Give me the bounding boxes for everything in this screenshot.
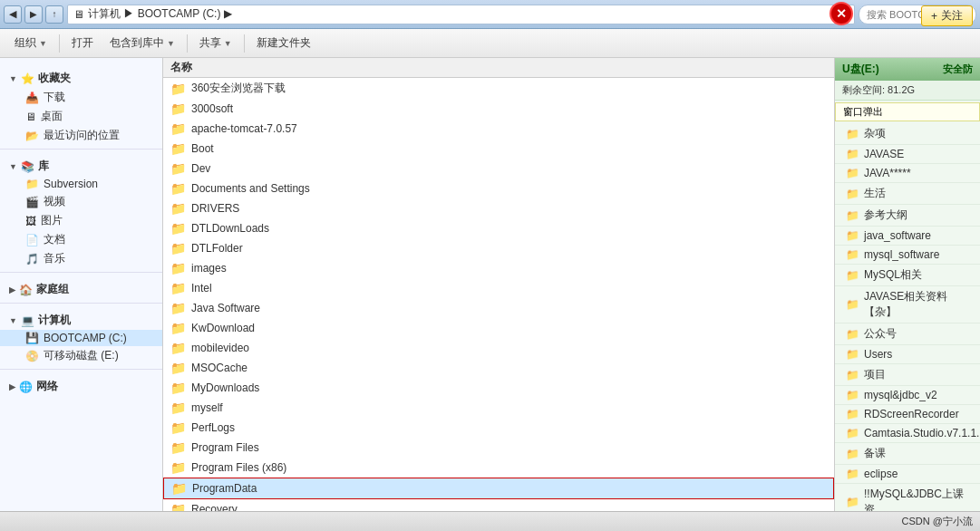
right-folder-item[interactable]: 📁 公众号 xyxy=(835,323,980,345)
folder-icon: 📁 xyxy=(170,341,186,355)
status-bar: CSDN @宁小流 xyxy=(0,511,980,531)
list-item[interactable]: 📁 Program Files (x86) xyxy=(163,458,834,478)
list-item[interactable]: 📁 Boot xyxy=(163,139,834,159)
sidebar-item-video[interactable]: 🎬 视频 xyxy=(0,192,162,211)
folder-icon-r: 📁 xyxy=(846,389,859,401)
sidebar-item-picture[interactable]: 🖼 图片 xyxy=(0,211,162,230)
list-item[interactable]: 📁 Intel xyxy=(163,278,834,298)
right-folder-item[interactable]: 📁 !!MySQL&JDBC上课资 xyxy=(835,484,980,511)
organize-button[interactable]: 组织 ▼ xyxy=(7,33,54,54)
list-item[interactable]: 📁 KwDownload xyxy=(163,318,834,338)
list-item[interactable]: 📁 Dev xyxy=(163,159,834,179)
right-folder-item[interactable]: 📁 杂项 xyxy=(835,123,980,145)
folder-icon: 📁 xyxy=(170,301,186,315)
favorites-icon: ⭐ xyxy=(21,72,34,85)
center-panel: 名称 📁 360安全浏览器下载 📁 3000soft 📁 apache-tomc… xyxy=(163,58,835,511)
up-button[interactable]: ↑ xyxy=(45,5,63,24)
folder-name-r: 备课 xyxy=(864,446,886,461)
file-name: apache-tomcat-7.0.57 xyxy=(191,122,297,135)
network-icon: 🌐 xyxy=(19,381,33,393)
folder-name-r: 参考大纲 xyxy=(864,208,907,223)
folder-name-r: 公众号 xyxy=(864,326,897,342)
list-item[interactable]: 📁 DTLDownLoads xyxy=(163,218,834,238)
new-folder-button[interactable]: 新建文件夹 xyxy=(249,33,318,54)
open-button[interactable]: 打开 xyxy=(64,33,101,54)
list-item[interactable]: 📁 MSOCache xyxy=(163,358,834,378)
right-folder-item[interactable]: 📁 参考大纲 xyxy=(835,205,980,227)
right-folder-item[interactable]: 📁 JAVASE xyxy=(835,145,980,164)
list-item[interactable]: 📁 images xyxy=(163,258,834,278)
sidebar-item-document[interactable]: 📄 文档 xyxy=(0,230,162,249)
file-name: Boot xyxy=(191,142,214,155)
list-item[interactable]: 📁 Recovery xyxy=(163,499,834,511)
sidebar-item-desktop[interactable]: 🖥 桌面 xyxy=(0,107,162,126)
right-folder-item[interactable]: 📁 java_software xyxy=(835,227,980,246)
right-folder-item[interactable]: 📁 mysql_software xyxy=(835,246,980,265)
file-name: ProgramData xyxy=(192,482,257,495)
folder-icon: 📁 xyxy=(170,221,186,236)
right-folder-item[interactable]: 📁 RDScreenRecorder xyxy=(835,405,980,424)
sidebar-item-removable[interactable]: 📀 可移动磁盘 (E:) xyxy=(0,346,162,365)
removable-icon: 📀 xyxy=(25,350,39,362)
network-arrow: ▶ xyxy=(9,382,15,391)
file-name: Program Files xyxy=(191,441,259,454)
picture-icon: 🖼 xyxy=(25,215,36,227)
list-item[interactable]: 📁 3000soft xyxy=(163,99,834,119)
right-folder-item[interactable]: 📁 JAVA***** xyxy=(835,164,980,183)
list-item[interactable]: 📁 Documents and Settings xyxy=(163,179,834,198)
folder-name-r: mysql&jdbc_v2 xyxy=(864,389,937,401)
folder-icon: 📁 xyxy=(170,361,186,375)
right-folder-item[interactable]: 📁 eclipse xyxy=(835,465,980,484)
folder-icon: 📁 xyxy=(170,101,186,116)
list-item[interactable]: 📁 Java Software xyxy=(163,298,834,318)
back-button[interactable]: ◀ xyxy=(4,5,22,24)
folder-name-r: JAVASE相关资料【杂】 xyxy=(864,289,973,320)
folder-icon-r: 📁 xyxy=(846,148,859,160)
folder-icon: 📁 xyxy=(170,401,186,415)
list-item[interactable]: 📁 Program Files xyxy=(163,438,834,458)
file-name: mobilevideo xyxy=(191,342,249,354)
folder-name-r: Users xyxy=(864,348,892,361)
folder-name-r: JAVASE xyxy=(864,148,904,160)
right-folder-item[interactable]: 📁 生活 xyxy=(835,183,980,205)
follow-button[interactable]: + 关注 xyxy=(921,5,973,26)
list-item[interactable]: 📁 360安全浏览器下载 xyxy=(163,78,834,99)
list-item-selected[interactable]: 📁 ProgramData xyxy=(163,478,834,499)
right-folder-item[interactable]: 📁 项目 xyxy=(835,364,980,386)
toolbar-sep-2 xyxy=(187,34,188,53)
popup-banner: 窗口弹出 xyxy=(835,102,980,121)
sidebar-item-music[interactable]: 🎵 音乐 xyxy=(0,249,162,268)
list-item[interactable]: 📁 MyDownloads xyxy=(163,378,834,398)
sidebar-item-download[interactable]: 📥 下载 xyxy=(0,88,162,107)
right-folder-item[interactable]: 📁 mysql&jdbc_v2 xyxy=(835,386,980,405)
desktop-icon: 🖥 xyxy=(25,111,36,123)
folder-name-r: RDScreenRecorder xyxy=(864,408,959,420)
forward-button[interactable]: ▶ xyxy=(24,5,43,24)
folder-icon-r: 📁 xyxy=(846,269,859,282)
share-button[interactable]: 共享 ▼ xyxy=(192,33,239,54)
list-item[interactable]: 📁 PerfLogs xyxy=(163,418,834,438)
close-x-button[interactable]: ✕ xyxy=(830,2,853,25)
sidebar-item-bootcamp[interactable]: 💾 BOOTCAMP (C:) xyxy=(0,330,162,346)
right-folder-item[interactable]: 📁 备课 xyxy=(835,443,980,465)
list-item[interactable]: 📁 myself xyxy=(163,398,834,418)
right-folder-item[interactable]: 📁 MySQL相关 xyxy=(835,265,980,286)
include-library-button[interactable]: 包含到库中 ▼ xyxy=(102,33,182,54)
file-name: MyDownloads xyxy=(191,381,259,394)
right-folder-item[interactable]: 📁 Users xyxy=(835,345,980,364)
new-folder-label: 新建文件夹 xyxy=(257,35,311,51)
breadcrumb[interactable]: 🖥 计算机 ▶ BOOTCAMP (C:) ▶ xyxy=(67,5,855,24)
file-name: images xyxy=(191,262,227,275)
right-folder-item[interactable]: 📁 Camtasia.Studio.v7.1.1. xyxy=(835,424,980,443)
computer-icon: 💻 xyxy=(21,314,34,327)
sidebar-item-recent[interactable]: 📂 最近访问的位置 xyxy=(0,126,162,145)
list-item[interactable]: 📁 apache-tomcat-7.0.57 xyxy=(163,119,834,139)
folder-name-r: 项目 xyxy=(864,367,886,382)
right-folder-item[interactable]: 📁 JAVASE相关资料【杂】 xyxy=(835,286,980,323)
sidebar-item-subversion[interactable]: 📁 Subversion xyxy=(0,176,162,192)
list-item[interactable]: 📁 DTLFolder xyxy=(163,238,834,258)
folder-name-r: MySQL相关 xyxy=(864,267,922,283)
share-arrow: ▼ xyxy=(224,39,232,48)
list-item[interactable]: 📁 DRIVERS xyxy=(163,198,834,218)
list-item[interactable]: 📁 mobilevideo xyxy=(163,338,834,358)
